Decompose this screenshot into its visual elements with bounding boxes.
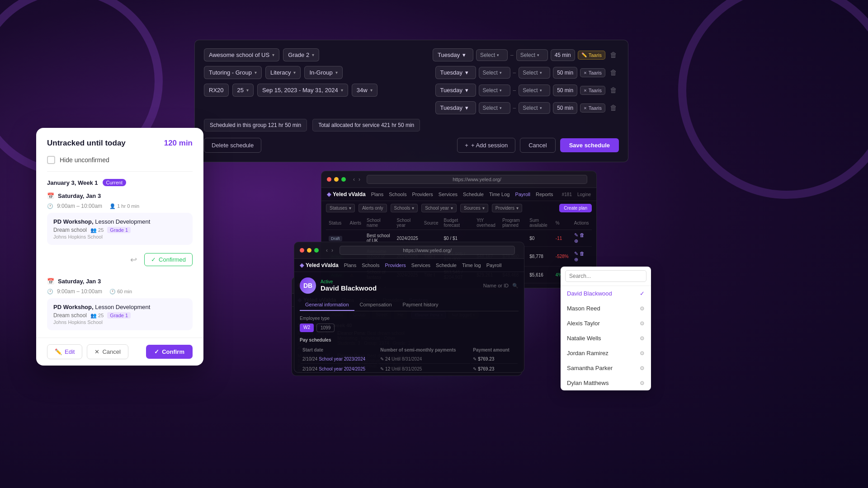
assignee-badge-3[interactable]: × Taaris bbox=[580, 86, 605, 95]
dropdown-item[interactable]: Jordan Ramirez ⚙ bbox=[561, 346, 651, 361]
day-select-2[interactable]: Tuesday ▾ bbox=[435, 66, 476, 79]
delete-row-2[interactable]: 🗑 bbox=[608, 67, 619, 79]
footer-confirm-button[interactable]: ✓ Confirm bbox=[146, 345, 193, 359]
time-select-3b[interactable]: Select ▾ bbox=[519, 84, 550, 96]
prov-maximize-dot[interactable] bbox=[314, 248, 319, 253]
time-select-2a[interactable]: Select ▾ bbox=[479, 67, 510, 79]
row4-right: Tuesday ▾ Select ▾ – Select ▾ 50 min × T… bbox=[435, 101, 619, 114]
time-select-3a[interactable]: Select ▾ bbox=[479, 84, 510, 96]
subject-dropdown[interactable]: Literacy ▾ bbox=[265, 66, 301, 79]
sessions-dropdown[interactable]: 25 ▾ bbox=[232, 84, 254, 97]
login-link[interactable]: Logine bbox=[577, 192, 591, 197]
gear-icon[interactable]: ⚙ bbox=[640, 305, 645, 312]
day-name-1: Saturday, Jan 3 bbox=[58, 192, 101, 199]
prov-nav-schools[interactable]: Schools bbox=[362, 263, 379, 268]
time-select-4a[interactable]: Select ▾ bbox=[479, 102, 510, 114]
confirmed-button-1[interactable]: ✓ Confirmed bbox=[144, 253, 193, 266]
maximize-dot[interactable] bbox=[341, 177, 346, 182]
school-dropdown[interactable]: Awesome school of US ▾ bbox=[204, 48, 279, 61]
nav-payroll[interactable]: Payroll bbox=[515, 192, 530, 197]
nav-reports[interactable]: Reports bbox=[536, 192, 553, 197]
prov-nav-plans[interactable]: Plans bbox=[344, 263, 357, 268]
session-count-2: 👥 25 bbox=[90, 313, 104, 319]
nav-services[interactable]: Services bbox=[439, 192, 458, 197]
filter-alerts[interactable]: Alerts only bbox=[359, 204, 387, 212]
gear-icon[interactable]: ⚙ bbox=[640, 350, 645, 357]
undo-button-1[interactable]: ↩ bbox=[130, 255, 137, 265]
nav-providers[interactable]: Providers bbox=[412, 192, 433, 197]
prov-nav-payroll[interactable]: Payroll bbox=[486, 263, 502, 268]
nav-schedule[interactable]: Schedule bbox=[463, 192, 484, 197]
assignee-badge-4[interactable]: × Taaris bbox=[580, 103, 605, 113]
cancel-icon: ✕ bbox=[94, 348, 99, 355]
gear-icon[interactable]: ⚙ bbox=[640, 335, 645, 342]
save-schedule-button[interactable]: Save schedule bbox=[560, 138, 619, 152]
day-select-1[interactable]: Tuesday ▾ bbox=[433, 48, 473, 61]
delete-schedule-button[interactable]: Delete schedule bbox=[204, 138, 261, 153]
nav-plans[interactable]: Plans bbox=[371, 192, 384, 197]
day-select-4[interactable]: Tuesday ▾ bbox=[435, 101, 476, 114]
nav-schools[interactable]: Schools bbox=[389, 192, 406, 197]
minimize-dot[interactable] bbox=[334, 177, 339, 182]
dropdown-item[interactable]: David Blackwood ✓ bbox=[561, 286, 651, 301]
assignee-badge-2[interactable]: × Taaris bbox=[580, 68, 605, 77]
dropdown-item[interactable]: Dylan Matthews ⚙ bbox=[561, 375, 651, 390]
footer-edit-button[interactable]: ✏️ Edit bbox=[47, 344, 82, 359]
hide-unconfirmed-checkbox[interactable] bbox=[47, 156, 55, 164]
dropdown-item[interactable]: Alexis Taylor ⚙ bbox=[561, 316, 651, 331]
prov-app-logo: ◈ Yeled vValda bbox=[300, 262, 339, 268]
forward-arrow[interactable]: › bbox=[359, 176, 360, 183]
col-alerts: Alerts bbox=[347, 216, 364, 230]
filter-providers[interactable]: Providers ▾ bbox=[492, 204, 522, 212]
tab-compensation[interactable]: Compensation bbox=[354, 299, 397, 311]
dropdown-item[interactable]: Mason Reed ⚙ bbox=[561, 301, 651, 316]
filter-sources[interactable]: Sources ▾ bbox=[460, 204, 488, 212]
code-dropdown[interactable]: RX20 bbox=[204, 84, 229, 97]
gear-icon[interactable]: ⚙ bbox=[640, 320, 645, 327]
delete-row-3[interactable]: 🗑 bbox=[608, 84, 619, 96]
delete-row-4[interactable]: 🗑 bbox=[608, 102, 619, 114]
dropdown-item[interactable]: Natalie Wells ⚙ bbox=[561, 331, 651, 346]
time-select-4b[interactable]: Select ▾ bbox=[519, 102, 550, 114]
filter-statuses[interactable]: Statuses ▾ bbox=[326, 204, 355, 212]
day-select-3[interactable]: Tuesday ▾ bbox=[435, 84, 476, 97]
hide-unconfirmed-label[interactable]: Hide unconfirmed bbox=[60, 156, 109, 164]
cancel-button[interactable]: Cancel bbox=[520, 138, 555, 153]
dropdown-item-name: Natalie Wells bbox=[567, 335, 601, 342]
gear-icon[interactable]: ⚙ bbox=[640, 365, 645, 371]
create-plan-button[interactable]: Create plan bbox=[559, 204, 592, 212]
prov-nav-schedule[interactable]: Schedule bbox=[436, 263, 457, 268]
footer-cancel-button[interactable]: ✕ Cancel bbox=[87, 344, 128, 359]
gear-icon[interactable]: ⚙ bbox=[640, 380, 645, 386]
time-select-1a[interactable]: Select ▾ bbox=[476, 49, 508, 61]
nav-timelog[interactable]: Time Log bbox=[489, 192, 509, 197]
weeks-dropdown[interactable]: 34w ▾ bbox=[352, 84, 377, 97]
delete-row-1[interactable]: 🗑 bbox=[608, 49, 619, 61]
prov-nav-services[interactable]: Services bbox=[411, 263, 430, 268]
search-icon[interactable]: 🔍 bbox=[512, 283, 519, 289]
prov-forward-arrow[interactable]: › bbox=[331, 247, 333, 253]
filter-schools[interactable]: Schools ▾ bbox=[391, 204, 418, 212]
untracked-minutes: 120 min bbox=[164, 139, 193, 148]
prov-nav-providers[interactable]: Providers bbox=[385, 263, 406, 268]
prov-minimize-dot[interactable] bbox=[307, 248, 311, 253]
prov-back-arrow[interactable]: ‹ bbox=[326, 247, 328, 253]
prov-close-dot[interactable] bbox=[300, 248, 304, 253]
close-dot[interactable] bbox=[327, 177, 331, 182]
tab-payment-history[interactable]: Payment history bbox=[397, 299, 444, 311]
assignee-badge-1[interactable]: ✏️ Taaris bbox=[578, 51, 605, 60]
daterange-dropdown[interactable]: Sep 15, 2023 - May 31, 2024 ▾ bbox=[257, 84, 348, 97]
dropdown-item[interactable]: Samantha Parker ⚙ bbox=[561, 361, 651, 375]
time-select-1b[interactable]: Select ▾ bbox=[516, 49, 548, 61]
filter-school-year[interactable]: School year ▾ bbox=[421, 204, 457, 212]
type-dropdown[interactable]: Tutoring - Group ▾ bbox=[204, 66, 262, 79]
grade-dropdown[interactable]: Grade 2 ▾ bbox=[283, 48, 319, 61]
back-arrow[interactable]: ‹ bbox=[353, 176, 355, 183]
tab-general-info[interactable]: General information bbox=[300, 299, 354, 311]
prov-nav-timelog[interactable]: Time log bbox=[462, 263, 481, 268]
format-dropdown[interactable]: In-Group ▾ bbox=[304, 66, 342, 79]
add-session-button[interactable]: + + Add session bbox=[457, 138, 515, 153]
dropdown-search-input[interactable] bbox=[565, 270, 646, 282]
time-select-2b[interactable]: Select ▾ bbox=[519, 67, 550, 79]
provider-dropdown: David Blackwood ✓ Mason Reed ⚙ Alexis Ta… bbox=[561, 267, 651, 390]
